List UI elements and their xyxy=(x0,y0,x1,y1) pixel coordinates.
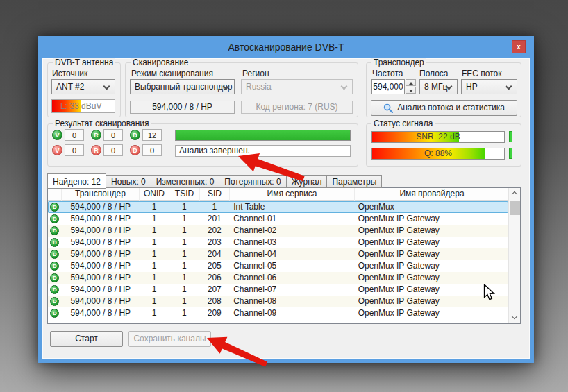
table-row[interactable]: D594,000 / 8 / HP11203Channel-03OpenMux … xyxy=(48,237,508,248)
tab-4[interactable]: Журнал xyxy=(287,175,328,188)
table-cell: 1 xyxy=(140,307,169,319)
triangle-up-icon xyxy=(409,82,413,85)
table-cell: 1 xyxy=(140,272,169,284)
counter-value: 12 xyxy=(142,129,162,141)
chevron-down-icon xyxy=(103,83,110,90)
analyze-stream-button[interactable]: Анализ потока и статистика xyxy=(371,100,517,116)
table-cell: 594,000 / 8 / HP xyxy=(62,296,140,307)
table-cell: Channel-02 xyxy=(229,225,353,237)
region-code-display: Код региона: 7 (RUS) xyxy=(241,101,353,114)
table-row[interactable]: D594,000 / 8 / HP11205Channel-05OpenMux … xyxy=(48,260,508,272)
table-cell: OpenMux IP Gateway xyxy=(354,260,508,272)
dtv-badge-icon: D xyxy=(50,309,59,318)
vertical-scrollbar[interactable] xyxy=(508,188,520,323)
tab-5[interactable]: Параметры xyxy=(327,175,382,188)
spin-down-button[interactable] xyxy=(406,87,416,94)
table-cell: OpenMux IP Gateway xyxy=(354,307,508,319)
quality-text: Q: 88% xyxy=(372,148,504,159)
counter-value: 0 xyxy=(65,144,84,156)
scan-mode-select[interactable]: Выбранный транспондер xyxy=(130,79,235,94)
bandwidth-select[interactable]: 8 МГц xyxy=(419,79,458,94)
dtv-badge-icon: D xyxy=(50,273,59,282)
frequency-stepper[interactable]: 594,000 xyxy=(371,79,416,94)
column-header-1[interactable]: Транспондер xyxy=(62,188,140,201)
table-row[interactable]: D594,000 / 8 / HP11202Channel-02OpenMux … xyxy=(48,225,508,237)
green-v-badge-icon: V xyxy=(52,130,62,140)
scan-result-group: Результат сканирования V0R0D12 V0R0D0 Ан… xyxy=(47,123,358,167)
region-value: Russia xyxy=(246,82,272,92)
frequency-spin-buttons xyxy=(406,79,416,94)
column-header-5[interactable]: Имя сервиса xyxy=(230,188,355,201)
tab-bar: Найдено: 12Новых: 0Измененных: 0Потерянн… xyxy=(47,172,382,188)
close-button[interactable]: x xyxy=(512,40,526,53)
scan-progress-fill xyxy=(176,130,350,140)
frequency-value[interactable]: 594,000 xyxy=(371,79,405,94)
table-cell: 1 xyxy=(169,237,199,248)
table-row[interactable]: D594,000 / 8 / HP11207Channel-07OpenMux … xyxy=(48,284,508,296)
tab-3[interactable]: Потерянных: 0 xyxy=(219,175,286,188)
dtv-badge-icon: D xyxy=(50,238,59,247)
table-cell: 1 xyxy=(169,213,199,225)
column-header-0[interactable] xyxy=(48,188,62,201)
table-cell: Channel-07 xyxy=(229,284,353,296)
channel-type-cell: D xyxy=(48,307,62,319)
column-header-6[interactable]: Имя провайдера xyxy=(355,188,510,201)
column-header-4[interactable]: SID xyxy=(200,188,230,201)
antenna-source-select[interactable]: ANT #2 xyxy=(51,79,115,94)
table-cell: 203 xyxy=(199,237,229,248)
table-row[interactable]: D594,000 / 8 / HP11206Channel-06OpenMux … xyxy=(48,272,508,284)
start-button[interactable]: Старт xyxy=(50,331,123,347)
spin-up-button[interactable] xyxy=(406,79,416,86)
green-r-badge-icon: R xyxy=(91,130,101,140)
table-cell: 1 xyxy=(169,225,199,237)
scroll-up-button[interactable] xyxy=(509,188,520,199)
table-row[interactable]: D594,000 / 8 / HP11208Channel-08OpenMux … xyxy=(48,296,508,307)
channel-type-cell: D xyxy=(48,213,62,225)
column-header-3[interactable]: TSID xyxy=(169,188,200,201)
table-header: ТранспондерONIDTSIDSIDИмя сервисаИмя про… xyxy=(48,188,520,201)
table-cell: OpenMux xyxy=(354,201,508,213)
signal-level-meter: L: 33 dBuV xyxy=(51,99,115,113)
region-label: Регион xyxy=(242,69,269,78)
counter-value: 0 xyxy=(103,144,123,156)
table-row[interactable]: D594,000 / 8 / HP111Int TableOpenMux xyxy=(48,201,508,213)
table-cell: 1 xyxy=(169,296,199,307)
autoscan-dialog: Автосканирование DVB-T x DVB-T антенна И… xyxy=(38,36,534,363)
dtv-badge-icon: D xyxy=(50,214,59,223)
table-cell: 206 xyxy=(199,272,229,284)
antenna-group: DVB-T антенна Источник ANT #2 L: 33 dBuV xyxy=(47,62,121,117)
fec-select[interactable]: HP xyxy=(461,79,517,94)
quality-bar: Q: 88% xyxy=(371,148,505,160)
triangle-down-icon xyxy=(409,90,413,92)
table-cell: 1 xyxy=(199,201,229,213)
transponder-group-title: Транспондер xyxy=(371,58,426,67)
scanning-group: Сканирование Режим сканирования Выбранны… xyxy=(125,62,358,117)
chevron-down-icon xyxy=(341,83,348,90)
signal-level-text: L: 33 dBuV xyxy=(60,100,101,112)
dtv-badge-icon: D xyxy=(50,250,59,259)
channel-type-cell: D xyxy=(48,260,62,272)
table-row[interactable]: D594,000 / 8 / HP11209Channel-09OpenMux … xyxy=(48,307,508,319)
table-row[interactable]: D594,000 / 8 / HP11201Channel-01OpenMux … xyxy=(48,213,508,225)
table-body: D594,000 / 8 / HP111Int TableOpenMuxD594… xyxy=(48,201,508,323)
scroll-down-button[interactable] xyxy=(509,312,520,323)
table-cell: 201 xyxy=(199,213,229,225)
table-cell: 1 xyxy=(140,201,169,213)
antenna-source-value: ANT #2 xyxy=(56,82,84,92)
counter-value: 0 xyxy=(103,129,123,141)
bandwidth-value: 8 МГц xyxy=(424,82,447,92)
table-row[interactable]: D594,000 / 8 / HP11204Channel-04OpenMux … xyxy=(48,248,508,260)
column-header-2[interactable]: ONID xyxy=(140,188,169,201)
table-cell: 1 xyxy=(140,284,169,296)
table-cell: Int Table xyxy=(229,201,353,213)
table-cell: 1 xyxy=(169,272,199,284)
tab-2[interactable]: Измененных: 0 xyxy=(151,175,220,188)
tab-0[interactable]: Найдено: 12 xyxy=(47,173,106,189)
red-d-badge-icon: D xyxy=(130,145,140,155)
frequency-label: Частота xyxy=(372,69,403,78)
tab-1[interactable]: Новых: 0 xyxy=(106,175,151,188)
scrollbar-thumb[interactable] xyxy=(510,201,520,215)
table-cell: OpenMux IP Gateway xyxy=(354,272,508,284)
table-cell: 202 xyxy=(199,225,229,237)
title-bar: Автосканирование DVB-T x xyxy=(42,36,530,58)
